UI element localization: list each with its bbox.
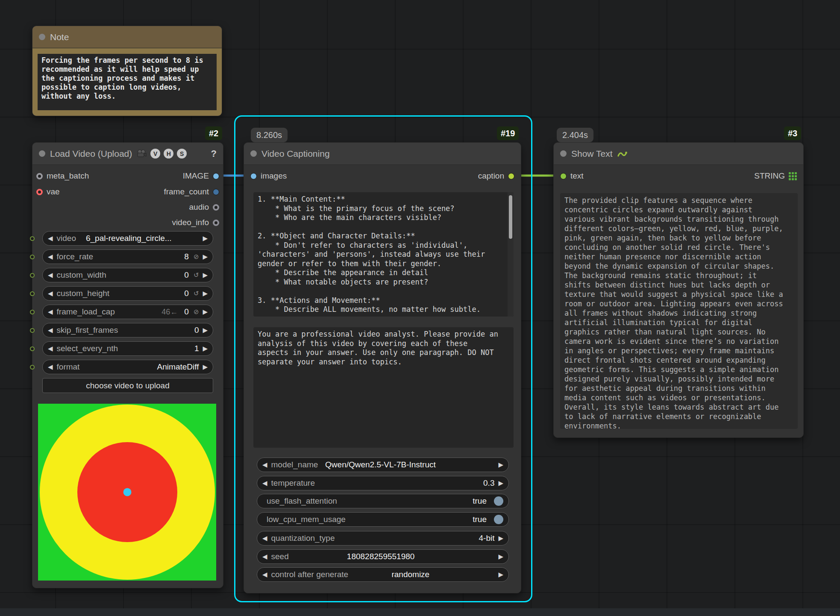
- collapse-dot-icon[interactable]: [39, 150, 45, 157]
- toggle-knob[interactable]: [494, 515, 503, 524]
- increment-arrow-icon[interactable]: ▶: [203, 253, 208, 261]
- prev-arrow-icon[interactable]: ◀: [262, 571, 267, 578]
- load-video-node[interactable]: Load Video (Upload) V H S ? meta_batch I…: [32, 142, 223, 588]
- output-label: video_info: [172, 218, 209, 227]
- increment-arrow-icon[interactable]: ▶: [498, 479, 503, 487]
- show-text-header[interactable]: Show Text: [554, 143, 803, 165]
- widget-label: use_flash_attention: [267, 496, 337, 506]
- video-combo-widget[interactable]: ◀ video 6_pal-revealing_circle... ▶: [42, 231, 213, 246]
- vae-input-slot[interactable]: [36, 189, 43, 195]
- node-graph-canvas[interactable]: #2 8.260s #19 2.404s #3 Note Forcing the…: [0, 0, 840, 616]
- execution-time-badge: 2.404s: [557, 128, 593, 142]
- decrement-arrow-icon[interactable]: ◀: [48, 253, 53, 261]
- control-after-generate-widget[interactable]: ◀ control after generate randomize ▶: [257, 567, 509, 582]
- frame-count-output-slot[interactable]: [213, 189, 219, 195]
- next-arrow-icon[interactable]: ▶: [498, 534, 503, 542]
- next-arrow-icon[interactable]: ▶: [203, 235, 208, 242]
- note-node-header[interactable]: Note: [32, 26, 222, 48]
- video-captioning-node[interactable]: Video Captioning images caption 1. **Mai…: [244, 142, 521, 593]
- toggle-knob[interactable]: [494, 496, 503, 506]
- next-arrow-icon[interactable]: ▶: [498, 571, 503, 578]
- increment-arrow-icon[interactable]: ▶: [203, 345, 208, 352]
- custom-width-widget[interactable]: ◀ custom_width 0 ↺ ▶: [42, 268, 213, 282]
- select-every-nth-widget[interactable]: ◀ select_every_nth 1 ▶: [42, 341, 213, 356]
- decrement-arrow-icon[interactable]: ◀: [48, 308, 53, 316]
- textarea-scrollbar[interactable]: [508, 192, 514, 317]
- increment-arrow-icon[interactable]: ▶: [203, 326, 208, 334]
- increment-arrow-icon[interactable]: ▶: [203, 290, 208, 297]
- show-text-node[interactable]: Show Text text STRING The provided clip …: [553, 142, 804, 438]
- meta-batch-input-slot[interactable]: [36, 173, 43, 179]
- use-flash-attention-toggle[interactable]: use_flash_attention true: [257, 494, 509, 508]
- custom-height-widget-input-slot[interactable]: [30, 291, 35, 296]
- questions-textarea[interactable]: 1. **Main Content:** * What is the prima…: [253, 192, 514, 317]
- widget-label: skip_first_frames: [57, 326, 118, 335]
- output-row: frame_count: [164, 184, 219, 199]
- custom-width-widget-input-slot[interactable]: [30, 273, 35, 278]
- output-label: IMAGE: [183, 171, 209, 181]
- decrement-arrow-icon[interactable]: ◀: [48, 345, 53, 352]
- note-node-body: Forcing the frames per second to 8 is re…: [32, 48, 222, 116]
- video-captioning-header[interactable]: Video Captioning: [244, 143, 521, 165]
- video-info-output-slot[interactable]: [213, 220, 219, 226]
- choose-video-upload-button[interactable]: choose video to upload: [42, 378, 213, 393]
- decrement-arrow-icon[interactable]: ◀: [48, 290, 53, 297]
- low-cpu-mem-usage-toggle[interactable]: low_cpu_mem_usage true: [257, 512, 509, 527]
- prev-arrow-icon[interactable]: ◀: [48, 363, 53, 371]
- increment-arrow-icon[interactable]: ▶: [498, 553, 503, 560]
- input-label: vae: [47, 187, 60, 197]
- frame-load-cap-widget-input-slot[interactable]: [30, 310, 35, 314]
- prev-arrow-icon[interactable]: ◀: [262, 534, 267, 542]
- video-widget-input-slot[interactable]: [30, 236, 35, 241]
- string-list-output-slot[interactable]: [789, 172, 797, 180]
- scrollbar-thumb[interactable]: [509, 195, 512, 239]
- widget-label: control after generate: [271, 570, 349, 579]
- note-node[interactable]: Note Forcing the frames per second to 8 …: [32, 26, 222, 116]
- widget-label: video: [57, 234, 76, 243]
- increment-arrow-icon[interactable]: ▶: [203, 271, 208, 279]
- select-every-nth-widget-input-slot[interactable]: [30, 346, 35, 351]
- quantization-type-widget[interactable]: ◀ quantization_type 4-bit ▶: [257, 531, 509, 546]
- widget-label: custom_height: [57, 289, 110, 298]
- next-arrow-icon[interactable]: ▶: [498, 461, 503, 469]
- text-input-slot[interactable]: [560, 173, 567, 179]
- widget-label: seed: [271, 552, 289, 561]
- prompt-textarea[interactable]: You are a professional video analyst. Pl…: [253, 327, 514, 448]
- prev-arrow-icon[interactable]: ◀: [262, 461, 267, 469]
- increment-arrow-icon[interactable]: ▶: [203, 308, 208, 316]
- model-name-widget[interactable]: ◀ model_name Qwen/Qwen2.5-VL-7B-Instruct…: [257, 458, 509, 472]
- skip-first-frames-widget[interactable]: ◀ skip_first_frames 0 ▶: [42, 323, 213, 337]
- collapse-dot-icon[interactable]: [560, 150, 567, 157]
- help-icon[interactable]: ?: [211, 148, 217, 159]
- image-output-slot[interactable]: [213, 173, 219, 179]
- decrement-arrow-icon[interactable]: ◀: [48, 326, 53, 334]
- show-text-content[interactable]: The provided clip features a sequence wh…: [560, 193, 798, 429]
- decrement-arrow-icon[interactable]: ◀: [262, 479, 267, 487]
- caption-output-slot[interactable]: [508, 173, 514, 179]
- widget-value: 4-bit: [479, 534, 494, 543]
- next-arrow-icon[interactable]: ▶: [203, 363, 208, 371]
- skip-first-frames-widget-input-slot[interactable]: [30, 328, 35, 333]
- frame-load-cap-widget[interactable]: ◀ frame_load_cap 46← 0 ⊘ ▶: [42, 305, 213, 319]
- audio-output-slot[interactable]: [213, 204, 219, 211]
- decrement-arrow-icon[interactable]: ◀: [262, 553, 267, 560]
- format-widget-input-slot[interactable]: [30, 365, 35, 370]
- collapse-dot-icon[interactable]: [250, 150, 257, 157]
- input-label: text: [570, 171, 584, 181]
- movie-camera-icon: [137, 150, 147, 158]
- custom-height-widget[interactable]: ◀ custom_height 0 ↺ ▶: [42, 286, 213, 301]
- prev-arrow-icon[interactable]: ◀: [48, 235, 53, 242]
- decrement-arrow-icon[interactable]: ◀: [48, 271, 53, 279]
- seed-widget[interactable]: ◀ seed 180828259551980 ▶: [257, 549, 509, 564]
- collapse-dot-icon[interactable]: [39, 34, 45, 40]
- note-text-area[interactable]: Forcing the frames per second to 8 is re…: [38, 54, 217, 110]
- load-video-header[interactable]: Load Video (Upload) V H S ?: [32, 143, 223, 165]
- widget-ghost-value: 46←: [162, 308, 178, 317]
- temperature-widget[interactable]: ◀ temperature 0.3 ▶: [257, 476, 509, 490]
- force-rate-widget[interactable]: ◀ force_rate 8 ⊘ ▶: [42, 249, 213, 264]
- force-rate-widget-input-slot[interactable]: [30, 255, 35, 259]
- widget-value: 0: [184, 270, 189, 280]
- format-widget[interactable]: ◀ format AnimateDiff ▶: [42, 360, 213, 374]
- images-input-slot[interactable]: [250, 173, 257, 179]
- node-id-badge: #2: [205, 126, 222, 140]
